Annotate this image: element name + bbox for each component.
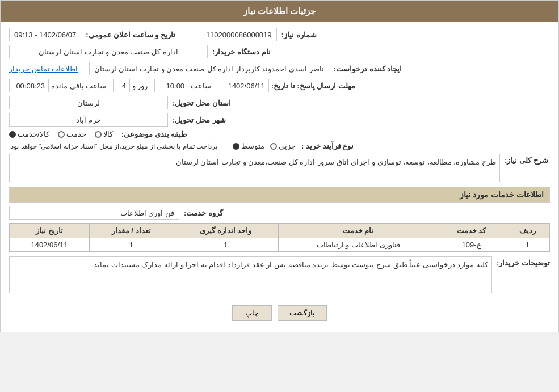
purchase-note: پرداخت تمام یا بخشی از مبلغ خرید،از محل … bbox=[9, 142, 217, 150]
description-row: شرح کلی نیاز: طرح مشاوره، مطالعه، توسعه،… bbox=[9, 154, 550, 182]
deadline-time: 10:00 bbox=[154, 79, 188, 92]
category-goods-service-radio[interactable] bbox=[9, 131, 16, 138]
city-value: خرم آباد bbox=[9, 113, 168, 127]
buyer-notes-value: کلیه موارد درخواستی عیناً طبق شرح پیوست … bbox=[9, 256, 492, 293]
deadline-label: مهلت ارسال پاسخ: تا تاریخ: bbox=[271, 82, 355, 90]
province-label: استان محل تحویل: bbox=[173, 99, 231, 107]
category-row: طبقه بندی موضوعی: کالا خدمت کالا/خدمت bbox=[9, 130, 550, 138]
description-label: شرح کلی نیاز: bbox=[505, 154, 550, 165]
buyer-org-row: نام دستگاه خریدار: اداره کل صنعت معدن و … bbox=[9, 45, 550, 58]
buyer-org-value: اداره کل صنعت معدن و تجارت استان لرستان bbox=[9, 45, 208, 58]
col-header-row: ردیف bbox=[505, 224, 550, 238]
purchase-medium-radio[interactable] bbox=[233, 143, 239, 150]
page-header: جزئیات اطلاعات نیاز bbox=[1, 1, 558, 22]
services-table: ردیف کد خدمت نام خدمت واحد اندازه گیری ت… bbox=[9, 223, 550, 252]
group-label: گروه خدمت: bbox=[184, 209, 223, 217]
col-header-date: تاریخ نیاز bbox=[10, 224, 90, 238]
main-container: جزئیات اطلاعات نیاز شماره نیاز: 11020000… bbox=[0, 0, 559, 332]
group-row: گروه خدمت: فن آوری اطلاعات bbox=[9, 206, 550, 220]
col-header-qty: تعداد / مقدار bbox=[89, 224, 173, 238]
purchase-medium-label: متوسط bbox=[241, 142, 264, 150]
category-goods-option: کالا bbox=[95, 130, 113, 138]
announce-label: تاریخ و ساعت اعلان عمومی: bbox=[86, 31, 175, 39]
back-button[interactable]: بازگشت bbox=[278, 305, 327, 321]
deadline-date: 1402/06/11 bbox=[218, 79, 269, 92]
purchase-medium-option: متوسط bbox=[233, 142, 264, 150]
buyer-notes-row: توضیحات خریدار: کلیه موارد درخواستی عینا… bbox=[9, 256, 550, 293]
need-number-value: 1102000086000019 bbox=[201, 28, 277, 41]
page-title: جزئیات اطلاعات نیاز bbox=[243, 6, 316, 16]
city-label: شهر محل تحویل: bbox=[173, 116, 226, 124]
buyer-notes-label: توضیحات خریدار: bbox=[497, 256, 550, 267]
category-goods-label: کالا bbox=[103, 130, 113, 138]
category-service-radio[interactable] bbox=[58, 131, 65, 138]
buyer-org-label: نام دستگاه خریدار: bbox=[212, 48, 271, 56]
creator-row: ایجاد کننده درخواست: ناصر اسدی احمدوند ک… bbox=[9, 62, 550, 75]
category-label: طبقه بندی موضوعی: bbox=[121, 130, 187, 138]
deadline-days-label: روز و bbox=[132, 82, 148, 90]
remaining-label: ساعت باقی مانده bbox=[51, 82, 106, 90]
need-number-row: شماره نیاز: 1102000086000019 تاریخ و ساع… bbox=[9, 28, 550, 41]
category-goods-radio[interactable] bbox=[95, 131, 102, 138]
services-section-header: اطلاعات خدمات مورد نیاز bbox=[9, 187, 550, 203]
contact-link[interactable]: اطلاعات تماس خریدار bbox=[9, 65, 78, 73]
creator-label: ایجاد کننده درخواست: bbox=[334, 65, 402, 73]
content-area: شماره نیاز: 1102000086000019 تاریخ و ساع… bbox=[1, 22, 558, 332]
group-value: فن آوری اطلاعات bbox=[9, 206, 179, 220]
print-button[interactable]: چاپ bbox=[232, 305, 272, 321]
deadline-time-label: ساعت bbox=[191, 82, 211, 90]
category-service-option: خدمت bbox=[58, 130, 86, 138]
purchase-type-row: نوع فرآیند خرید : جزیی متوسط پرداخت تمام… bbox=[9, 142, 550, 150]
creator-value: ناصر اسدی احمدوند کاربرداز اداره کل صنعت… bbox=[89, 62, 329, 75]
province-row: استان محل تحویل: لرستان bbox=[9, 96, 550, 109]
col-header-unit: واحد اندازه گیری bbox=[173, 224, 279, 238]
province-value: لرستان bbox=[9, 96, 168, 109]
col-header-name: نام خدمت bbox=[279, 224, 438, 238]
table-row: 1ع-109فناوری اطلاعات و ارتباطات111402/06… bbox=[10, 238, 550, 252]
city-row: شهر محل تحویل: خرم آباد bbox=[9, 113, 550, 127]
deadline-days: 4 bbox=[113, 79, 130, 92]
purchase-partial-label: جزیی bbox=[279, 142, 296, 150]
remaining-time: 00:08:23 bbox=[9, 79, 49, 92]
need-number-label: شماره نیاز: bbox=[281, 31, 317, 39]
purchase-partial-option: جزیی bbox=[270, 142, 296, 150]
bottom-buttons: بازگشت چاپ bbox=[9, 297, 550, 326]
col-header-code: کد خدمت bbox=[438, 224, 505, 238]
deadline-row: مهلت ارسال پاسخ: تا تاریخ: 1402/06/11 سا… bbox=[9, 79, 550, 92]
purchase-type-label: نوع فرآیند خرید : bbox=[301, 142, 354, 150]
category-goods-service-label: کالا/خدمت bbox=[18, 130, 49, 138]
description-value: طرح مشاوره، مطالعه، توسعه، توسازی و اجرا… bbox=[9, 154, 500, 182]
announce-value: 1402/06/07 - 09:13 bbox=[9, 28, 81, 41]
category-service-label: خدمت bbox=[66, 130, 86, 138]
purchase-partial-radio[interactable] bbox=[270, 143, 277, 150]
category-goods-service-option: کالا/خدمت bbox=[9, 130, 49, 138]
